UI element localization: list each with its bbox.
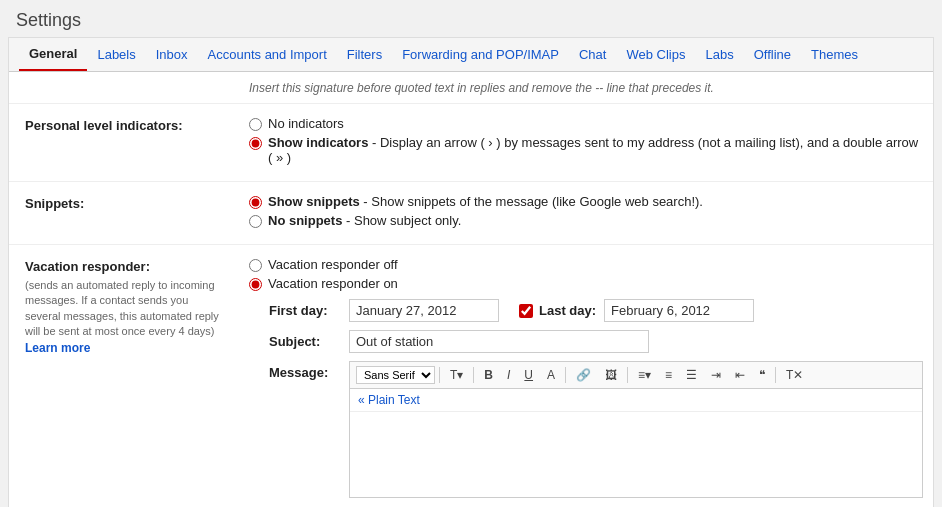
show-indicators-label: Show indicators - Display an arrow ( › )… bbox=[268, 135, 923, 165]
subject-label: Subject: bbox=[269, 334, 349, 349]
settings-body: Insert this signature before quoted text… bbox=[9, 72, 933, 507]
editor-toolbar: Sans Serif T▾ B I U A 🔗 bbox=[349, 361, 923, 388]
personal-level-content: No indicators Show indicators - Display … bbox=[239, 114, 933, 171]
image-button[interactable]: 🖼 bbox=[599, 365, 623, 385]
indent-button[interactable]: ⇥ bbox=[705, 365, 727, 385]
quote-button[interactable]: ❝ bbox=[753, 365, 771, 385]
show-indicators-bold: Show indicators bbox=[268, 135, 368, 150]
tab-filters[interactable]: Filters bbox=[337, 39, 392, 70]
toolbar-separator-1 bbox=[439, 367, 440, 383]
radio-no-indicators: No indicators bbox=[249, 116, 923, 131]
toolbar-separator-5 bbox=[775, 367, 776, 383]
subject-input[interactable] bbox=[349, 330, 649, 353]
first-day-label: First day: bbox=[269, 303, 349, 318]
tab-offline[interactable]: Offline bbox=[744, 39, 801, 70]
vac-off-label: Vacation responder off bbox=[268, 257, 398, 272]
show-snippets-desc: - Show snippets of the message (like Goo… bbox=[360, 194, 703, 209]
show-snippets-label: Show snippets - Show snippets of the mes… bbox=[268, 194, 703, 209]
font-color-button[interactable]: A bbox=[541, 365, 561, 385]
vacation-label: Vacation responder: (sends an automated … bbox=[9, 255, 239, 359]
tab-forwarding[interactable]: Forwarding and POP/IMAP bbox=[392, 39, 569, 70]
page-title: Settings bbox=[0, 0, 942, 37]
tab-accounts[interactable]: Accounts and Import bbox=[198, 39, 337, 70]
toolbar-separator-3 bbox=[565, 367, 566, 383]
radio-show-indicators-input[interactable] bbox=[249, 137, 262, 150]
last-day-input[interactable] bbox=[604, 299, 754, 322]
radio-vac-on: Vacation responder on bbox=[249, 276, 923, 291]
show-snippets-bold: Show snippets bbox=[268, 194, 360, 209]
toolbar-separator-2 bbox=[473, 367, 474, 383]
ordered-list-button[interactable]: ≡ bbox=[659, 365, 678, 385]
last-day-checkbox[interactable] bbox=[519, 304, 533, 318]
signature-note-content: Insert this signature before quoted text… bbox=[239, 78, 933, 97]
dates-row: First day: Last day: bbox=[269, 299, 923, 322]
radio-no-snippets: No snippets - Show subject only. bbox=[249, 213, 923, 228]
signature-note-row: Insert this signature before quoted text… bbox=[9, 72, 933, 104]
radio-vac-off-input[interactable] bbox=[249, 259, 262, 272]
vacation-content: Vacation responder off Vacation responde… bbox=[239, 255, 933, 507]
no-snippets-bold: No snippets bbox=[268, 213, 342, 228]
last-day-label: Last day: bbox=[539, 303, 596, 318]
tab-inbox[interactable]: Inbox bbox=[146, 39, 198, 70]
signature-label-placeholder bbox=[9, 78, 239, 97]
radio-show-snippets: Show snippets - Show snippets of the mes… bbox=[249, 194, 923, 209]
radio-show-indicators: Show indicators - Display an arrow ( › )… bbox=[249, 135, 923, 165]
vacation-label-text: Vacation responder: bbox=[25, 259, 150, 274]
bold-button[interactable]: B bbox=[478, 365, 499, 385]
clear-format-button[interactable]: T✕ bbox=[780, 365, 809, 385]
tab-labs[interactable]: Labs bbox=[695, 39, 743, 70]
settings-container: General Labels Inbox Accounts and Import… bbox=[8, 37, 934, 507]
no-snippets-desc: - Show subject only. bbox=[342, 213, 461, 228]
radio-vac-on-input[interactable] bbox=[249, 278, 262, 291]
toolbar-separator-4 bbox=[627, 367, 628, 383]
snippets-row: Snippets: Show snippets - Show snippets … bbox=[9, 182, 933, 245]
tab-labels[interactable]: Labels bbox=[87, 39, 145, 70]
no-indicators-label: No indicators bbox=[268, 116, 344, 131]
unordered-list-button[interactable]: ☰ bbox=[680, 365, 703, 385]
radio-no-indicators-input[interactable] bbox=[249, 118, 262, 131]
italic-button[interactable]: I bbox=[501, 365, 516, 385]
align-button[interactable]: ≡▾ bbox=[632, 365, 657, 385]
tab-webclips[interactable]: Web Clips bbox=[616, 39, 695, 70]
message-row: Message: Sans Serif T▾ B bbox=[269, 361, 923, 498]
tab-themes[interactable]: Themes bbox=[801, 39, 868, 70]
font-size-button[interactable]: T▾ bbox=[444, 365, 469, 385]
font-family-select[interactable]: Sans Serif bbox=[356, 366, 435, 384]
underline-button[interactable]: U bbox=[518, 365, 539, 385]
vacation-row: Vacation responder: (sends an automated … bbox=[9, 245, 933, 507]
message-editor: Sans Serif T▾ B I U A 🔗 bbox=[349, 361, 923, 498]
subject-row: Subject: bbox=[269, 330, 923, 353]
no-snippets-label: No snippets - Show subject only. bbox=[268, 213, 461, 228]
message-editor-area[interactable]: « Plain Text bbox=[349, 388, 923, 498]
link-button[interactable]: 🔗 bbox=[570, 365, 597, 385]
last-day-group: Last day: bbox=[519, 299, 754, 322]
editor-content[interactable] bbox=[350, 412, 922, 492]
radio-no-snippets-input[interactable] bbox=[249, 215, 262, 228]
outdent-button[interactable]: ⇤ bbox=[729, 365, 751, 385]
vac-on-label: Vacation responder on bbox=[268, 276, 398, 291]
plain-text-link[interactable]: « Plain Text bbox=[350, 389, 922, 412]
learn-more-link[interactable]: Learn more bbox=[25, 341, 90, 355]
tab-chat[interactable]: Chat bbox=[569, 39, 616, 70]
personal-level-label: Personal level indicators: bbox=[9, 114, 239, 171]
snippets-content: Show snippets - Show snippets of the mes… bbox=[239, 192, 933, 234]
radio-show-snippets-input[interactable] bbox=[249, 196, 262, 209]
snippets-label: Snippets: bbox=[9, 192, 239, 234]
first-day-input[interactable] bbox=[349, 299, 499, 322]
vacation-fields: First day: Last day: Subject: bbox=[249, 299, 923, 507]
nav-tabs: General Labels Inbox Accounts and Import… bbox=[9, 38, 933, 72]
vacation-sublabel: (sends an automated reply to incoming me… bbox=[25, 278, 223, 340]
signature-note-text: Insert this signature before quoted text… bbox=[249, 81, 714, 95]
message-label: Message: bbox=[269, 361, 349, 380]
radio-vac-off: Vacation responder off bbox=[249, 257, 923, 272]
tab-general[interactable]: General bbox=[19, 38, 87, 71]
personal-level-row: Personal level indicators: No indicators… bbox=[9, 104, 933, 182]
